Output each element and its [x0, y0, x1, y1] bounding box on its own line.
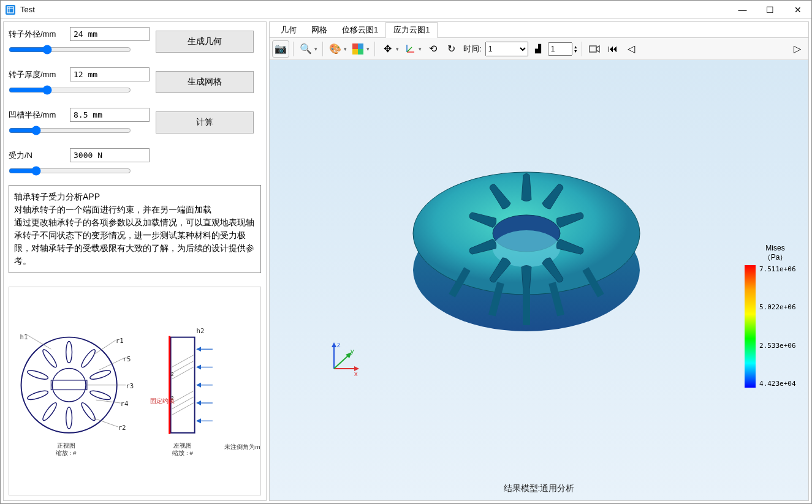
groove-label: 凹槽半径/mm: [9, 110, 64, 121]
rotate-icon[interactable]: ↻: [442, 40, 460, 58]
groove-slider[interactable]: [9, 126, 131, 135]
svg-text:r2: r2: [118, 424, 126, 432]
legend-tick: 2.533e+06: [759, 342, 796, 350]
window-title: Test: [20, 5, 729, 14]
svg-marker-63: [332, 342, 336, 347]
app-window: Test — ☐ ✕ 转子外径/mm 生成几何 转子厚度/mm 生成网格 凹槽半…: [0, 0, 812, 504]
camera-icon[interactable]: 📷: [272, 40, 289, 58]
svg-text:左视图: 左视图: [173, 442, 192, 449]
svg-line-21: [172, 361, 194, 374]
svg-text:缩放 :   #: 缩放 : #: [56, 449, 77, 456]
schematic-diagram: h1 r1 r5 r3 r4 r2 h2: [9, 287, 261, 495]
svg-text:z: z: [337, 341, 341, 348]
thickness-slider[interactable]: [9, 85, 131, 95]
viewport-3d[interactable]: z x y Mises （Pa） 7.511e+06 5.022e+06: [270, 60, 808, 500]
cube-icon[interactable]: [349, 40, 366, 58]
zoom-icon[interactable]: 🔍: [297, 40, 314, 58]
cube-dropdown-icon[interactable]: ▾: [365, 45, 371, 53]
time-label: 时间:: [463, 43, 482, 55]
minimize-button[interactable]: —: [729, 1, 756, 19]
svg-text:正视图: 正视图: [57, 442, 75, 449]
svg-text:h1: h1: [20, 333, 28, 341]
outer-radius-label: 转子外径/mm: [9, 29, 64, 40]
titlebar: Test — ☐ ✕: [1, 1, 811, 19]
calculate-button[interactable]: 计算: [156, 111, 254, 134]
video-icon[interactable]: [586, 40, 603, 58]
app-icon: [6, 5, 15, 15]
svg-rect-51: [590, 46, 596, 52]
svg-rect-47: [358, 49, 363, 55]
svg-rect-0: [7, 7, 13, 13]
svg-text:2: 2: [171, 371, 174, 377]
reset-view-icon[interactable]: ⟲: [424, 40, 441, 58]
color-legend: Mises （Pa） 7.511e+06 5.022e+06 2.533e+06…: [745, 244, 806, 390]
step-spinner[interactable]: ▲▼: [574, 45, 578, 53]
svg-rect-44: [352, 43, 358, 49]
svg-line-20: [172, 355, 194, 367]
move-dropdown-icon[interactable]: ▾: [395, 45, 400, 53]
svg-text:h2: h2: [197, 327, 205, 335]
svg-marker-27: [197, 347, 201, 351]
svg-marker-35: [197, 419, 201, 423]
close-button[interactable]: ✕: [784, 1, 811, 19]
svg-text:r4: r4: [121, 400, 129, 408]
skip-start-icon[interactable]: ⏮: [604, 40, 621, 58]
svg-rect-3: [51, 380, 87, 390]
svg-text:缩放 :   #: 缩放 : #: [172, 449, 193, 456]
result-tabs: 几何 网格 位移云图1 应力云图1: [270, 22, 808, 38]
axes-icon[interactable]: [401, 40, 419, 58]
tab-displacement[interactable]: 位移云图1: [335, 22, 385, 37]
step-input[interactable]: [548, 42, 572, 56]
tab-stress[interactable]: 应力云图1: [385, 22, 438, 38]
palette-dropdown-icon[interactable]: ▾: [343, 45, 348, 53]
thickness-input[interactable]: [70, 67, 150, 81]
zoom-dropdown-icon[interactable]: ▾: [313, 45, 319, 53]
legend-tick: 5.022e+06: [759, 303, 796, 311]
groove-input[interactable]: [70, 108, 150, 122]
svg-line-24: [172, 397, 194, 409]
svg-line-17: [93, 418, 118, 427]
more-icon[interactable]: ▷: [789, 40, 806, 58]
result-model-label: 结果模型:通用分析: [504, 483, 575, 494]
maximize-button[interactable]: ☐: [756, 1, 784, 19]
force-slider[interactable]: [9, 166, 131, 176]
svg-marker-31: [197, 383, 201, 387]
svg-text:r1: r1: [116, 337, 124, 345]
time-select[interactable]: 1: [485, 42, 528, 56]
svg-marker-29: [197, 366, 201, 369]
tab-geometry[interactable]: 几何: [273, 22, 304, 37]
svg-rect-45: [358, 43, 363, 49]
svg-line-50: [407, 47, 412, 52]
generate-mesh-button[interactable]: 生成网格: [156, 71, 254, 93]
end-icon[interactable]: ▟: [529, 40, 547, 58]
legend-tick: 7.511e+06: [759, 265, 796, 273]
outer-radius-input[interactable]: [70, 27, 150, 41]
result-panel: 几何 网格 位移云图1 应力云图1 📷 🔍▾ 🎨▾ ▾ ✥▾ ▾ ⟲: [269, 21, 809, 501]
svg-line-68: [334, 355, 349, 369]
palette-icon[interactable]: 🎨: [327, 40, 344, 58]
svg-text:未注倒角为mm: 未注倒角为mm: [224, 443, 260, 450]
force-label: 受力/N: [9, 150, 64, 161]
move-icon[interactable]: ✥: [379, 40, 396, 58]
generate-geometry-button[interactable]: 生成几何: [156, 31, 254, 53]
tab-mesh[interactable]: 网格: [304, 22, 335, 37]
legend-tick: 4.423e+04: [759, 380, 796, 388]
svg-rect-18: [171, 337, 195, 433]
rotor-model: [398, 126, 655, 383]
svg-text:r5: r5: [123, 355, 131, 363]
force-input[interactable]: [70, 148, 150, 162]
outer-radius-slider[interactable]: [9, 45, 131, 55]
svg-point-4: [66, 341, 72, 363]
thickness-label: 转子厚度/mm: [9, 69, 64, 80]
legend-colorbar: 7.511e+06 5.022e+06 2.533e+06 4.423e+04: [745, 265, 756, 388]
svg-text:固定约束: 固定约束: [150, 397, 175, 404]
svg-rect-46: [352, 49, 358, 55]
axes-dropdown-icon[interactable]: ▾: [417, 45, 423, 53]
svg-point-2: [52, 368, 86, 402]
svg-line-12: [26, 334, 51, 349]
svg-line-14: [99, 358, 124, 370]
svg-text:r3: r3: [126, 382, 134, 390]
description-text: 轴承转子受力分析APP 对轴承转子的一个端面进行约束，并在另一端面加载 通过更改…: [9, 185, 261, 273]
axes-indicator: z x y: [325, 341, 362, 378]
step-back-icon[interactable]: ◁: [623, 40, 640, 58]
